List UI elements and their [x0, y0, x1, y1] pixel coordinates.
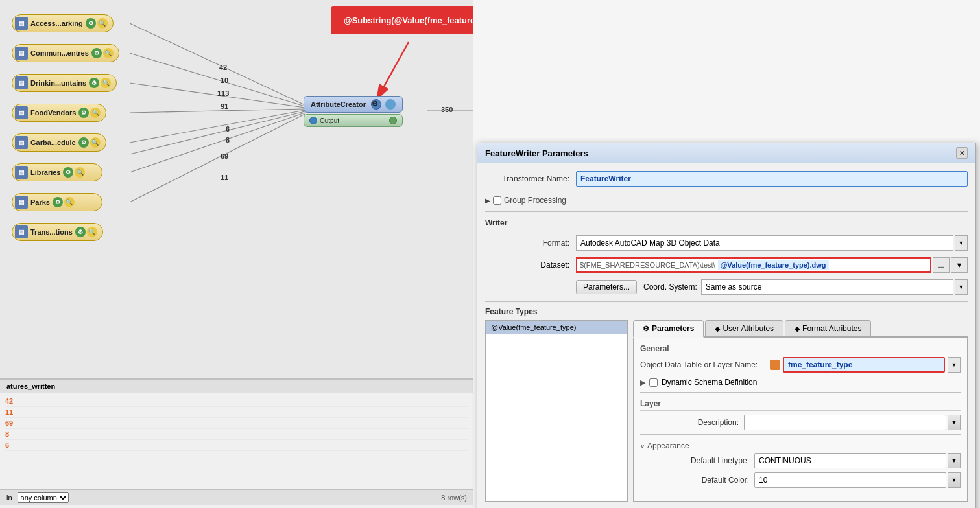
linetype-input[interactable] [754, 453, 946, 468]
node-label2: Commun...entres [30, 49, 89, 57]
description-label: Description: [640, 418, 744, 427]
tab-user-attributes[interactable]: ◆ User Attributes [705, 320, 783, 336]
tab-parameters[interactable]: ⚙ Parameters [633, 320, 704, 338]
svg-line-6 [130, 110, 305, 143]
node-gear-icon4[interactable]: ⚙ [78, 108, 89, 118]
coord-system-label: Coord. System: [643, 283, 697, 292]
bottom-val-1: 42 [5, 397, 13, 405]
tab-ua-label: User Attributes [723, 324, 774, 333]
node-circle-btn8[interactable]: 🔍 [87, 227, 97, 237]
attr-creator-gear[interactable]: ⚙ [371, 99, 381, 110]
node-circle-btn4[interactable]: 🔍 [90, 108, 101, 118]
transformer-name-input[interactable] [576, 171, 968, 187]
dynamic-schema-checkbox[interactable] [649, 378, 658, 387]
description-row: Description: ▼ [640, 415, 961, 430]
conn-label-10: 10 [221, 76, 228, 84]
linetype-dropdown[interactable]: ▼ [948, 453, 961, 468]
node-label: Access...arking [30, 19, 83, 27]
footer-column-select[interactable]: any column [18, 492, 69, 503]
node-gear-icon[interactable]: ⚙ [86, 18, 96, 29]
node-db-icon5: ▤ [15, 136, 28, 149]
node-parks[interactable]: ▤ Parks ⚙ 🔍 [12, 193, 102, 211]
node-label3: Drinkin...untains [30, 79, 86, 87]
node-circle-btn2[interactable]: 🔍 [103, 48, 114, 58]
dynamic-schema-label: Dynamic Schema Definition [662, 378, 757, 387]
node-circle-btn6[interactable]: 🔍 [75, 167, 85, 178]
output-port-right [389, 117, 397, 124]
tab-content-parameters: General Object Data Table or Layer Name:… [633, 338, 968, 502]
node-garba[interactable]: ▤ Garba...edule ⚙ 🔍 [12, 133, 106, 152]
dataset-highlight: @Value(fme_feature_type).dwg [718, 260, 829, 270]
tab-parameters-icon: ⚙ [643, 325, 649, 333]
node-access[interactable]: ▤ Access...arking ⚙ 🔍 [12, 14, 114, 32]
group-processing-arrow: ▶ [485, 197, 490, 204]
node-gear-icon7[interactable]: ⚙ [53, 197, 63, 207]
ft-list-item[interactable]: @Value(fme_feature_type) [486, 321, 627, 334]
dataset-row: Dataset: $(FME_SHAREDRESOURCE_DATA)\test… [485, 257, 968, 273]
node-db-icon2: ▤ [15, 47, 28, 60]
color-input[interactable] [754, 472, 946, 488]
node-libraries[interactable]: ▤ Libraries ⚙ 🔍 [12, 163, 102, 181]
linetype-label: Default Linetype: [651, 456, 754, 465]
dialog-close-btn[interactable]: ✕ [956, 147, 968, 159]
group-processing-checkbox[interactable] [493, 196, 501, 205]
appearance-label: Appearance [647, 441, 689, 450]
params-btn[interactable]: Parameters... [576, 280, 637, 294]
node-gear-icon6[interactable]: ⚙ [63, 167, 73, 178]
attr-creator-output[interactable]: Output [304, 114, 403, 127]
bottom-panel: atures_written 42 11 69 8 6 [0, 378, 473, 508]
color-row: Default Color: ▼ [640, 472, 961, 488]
writer-section-header: Writer [485, 216, 968, 230]
layer-name-dropdown[interactable]: ▼ [948, 357, 961, 373]
node-circle-btn3[interactable]: 🔍 [101, 78, 111, 88]
node-circle-btn7[interactable]: 🔍 [64, 197, 75, 207]
tab-fa-icon: ◆ [795, 325, 800, 333]
description-input[interactable] [744, 415, 946, 430]
attr-creator-node[interactable]: AttributeCreator ⚙ Output [304, 96, 403, 127]
color-dropdown[interactable]: ▼ [948, 472, 961, 488]
conn-label-350: 350 [441, 106, 453, 113]
coord-system-dropdown[interactable]: ▼ [955, 279, 968, 295]
canvas-area: @Substring(@Value(fme_feature_type),9,0)… [0, 0, 473, 508]
node-trans[interactable]: ▤ Trans...tions ⚙ 🔍 [12, 223, 103, 241]
description-dropdown[interactable]: ▼ [948, 415, 961, 430]
general-section-title: General [640, 344, 961, 353]
dataset-label: Dataset: [485, 260, 576, 270]
footer-rowcount: 8 row(s) [441, 494, 467, 502]
attr-creator-btn[interactable] [385, 99, 396, 110]
node-gear-icon5[interactable]: ⚙ [78, 137, 89, 148]
layer-section-title: Layer [640, 399, 961, 411]
attr-creator-label: AttributeCreator [311, 100, 366, 108]
node-gear-icon8[interactable]: ⚙ [75, 227, 86, 237]
bottom-panel-content: 42 11 69 8 6 [0, 393, 473, 489]
dataset-dropdown-btn[interactable]: ▼ [951, 257, 968, 273]
dataset-browse-btn[interactable]: ... [933, 257, 950, 273]
layer-name-icon [770, 360, 780, 370]
format-dropdown-btn[interactable]: ▼ [955, 235, 968, 251]
node-db-icon4: ▤ [15, 106, 28, 119]
node-gear-icon3[interactable]: ⚙ [89, 78, 99, 88]
divider-4 [640, 434, 961, 435]
node-gear-icon2[interactable]: ⚙ [91, 48, 102, 58]
color-label: Default Color: [651, 476, 754, 485]
node-db-icon8: ▤ [15, 225, 28, 238]
node-circle-btn[interactable]: 🔍 [97, 18, 108, 29]
tab-fa-label: Format Attributes [802, 324, 861, 333]
node-circle-btn5[interactable]: 🔍 [90, 137, 101, 148]
format-row: Format: Autodesk AutoCAD Map 3D Object D… [485, 235, 968, 251]
node-label5: Garba...edule [30, 139, 76, 146]
tab-format-attributes[interactable]: ◆ Format Attributes [785, 320, 871, 336]
node-drinkin[interactable]: ▤ Drinkin...untains ⚙ 🔍 [12, 74, 117, 92]
node-food[interactable]: ▤ FoodVendors ⚙ 🔍 [12, 104, 106, 122]
layer-name-input[interactable] [783, 357, 945, 373]
node-label7: Parks [30, 198, 50, 206]
node-commun[interactable]: ▤ Commun...entres ⚙ 🔍 [12, 44, 119, 62]
bottom-row-2: 11 [5, 407, 468, 418]
conn-label-91: 91 [221, 102, 228, 110]
dataset-input-wrap: $(FME_SHAREDRESOURCE_DATA)\test\ @Value(… [576, 257, 968, 273]
bottom-val-2: 11 [5, 408, 13, 416]
divider-3 [640, 392, 961, 393]
dialog-titlebar: FeatureWriter Parameters ✕ [477, 143, 975, 163]
group-processing-row[interactable]: ▶ Group Processing [485, 193, 968, 207]
appearance-collapsible[interactable]: ∨ Appearance [640, 439, 961, 453]
